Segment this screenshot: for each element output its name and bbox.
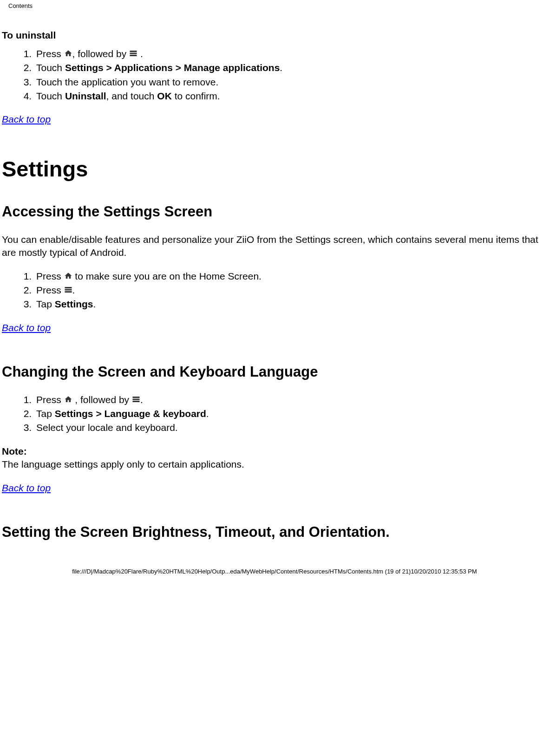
step-text: Touch: [36, 91, 65, 101]
svg-rect-6: [132, 397, 139, 398]
list-item: Touch Settings > Applications > Manage a…: [34, 61, 547, 74]
svg-rect-4: [65, 289, 72, 291]
back-to-top-link[interactable]: Back to top: [2, 321, 51, 334]
step-text: Press: [36, 285, 64, 295]
uninstall-steps: Press , followed by . Touch Settings > A…: [2, 47, 547, 103]
step-text: .: [280, 62, 282, 73]
step-text: Tap: [36, 299, 55, 309]
step-bold: Settings: [55, 299, 93, 309]
menu-icon: [64, 286, 72, 293]
settings-h1: Settings: [2, 154, 547, 183]
home-icon: [64, 49, 72, 58]
step-text: .: [93, 299, 96, 309]
menu-icon: [132, 396, 140, 403]
step-bold: OK: [157, 91, 172, 101]
step-bold: Settings > Applications > Manage applica…: [65, 62, 280, 73]
step-text: to confirm.: [172, 91, 220, 101]
accessing-h2: Accessing the Settings Screen: [2, 202, 547, 222]
step-text: , followed by: [72, 394, 132, 405]
step-text: .: [140, 394, 143, 405]
step-bold: Uninstall: [65, 91, 106, 101]
step-text: Tap: [36, 408, 55, 419]
back-to-top-link[interactable]: Back to top: [2, 482, 51, 495]
brightness-h2: Setting the Screen Brightness, Timeout, …: [2, 522, 547, 542]
note-text: The language settings apply only to cert…: [2, 459, 244, 469]
step-text: Press: [36, 271, 64, 281]
step-text: , followed by: [72, 48, 130, 59]
list-item: Press .: [34, 284, 547, 297]
svg-rect-5: [65, 291, 72, 293]
list-item: Press to make sure you are on the Home S…: [34, 270, 547, 283]
accessing-intro: You can enable/disable features and pers…: [2, 233, 547, 260]
menu-icon: [129, 50, 137, 57]
home-icon: [64, 395, 72, 404]
list-item: Tap Settings.: [34, 298, 547, 311]
home-icon: [64, 272, 72, 280]
back-to-top-link[interactable]: Back to top: [2, 113, 51, 126]
page-header-label: Contents: [0, 0, 549, 10]
step-text: Press: [36, 394, 64, 405]
svg-rect-7: [132, 399, 139, 400]
svg-rect-3: [65, 287, 72, 288]
svg-rect-8: [132, 401, 139, 402]
language-h2: Changing the Screen and Keyboard Languag…: [2, 362, 547, 382]
page-footer: file:///D|/Madcap%20Flare/Ruby%20HTML%20…: [0, 554, 549, 580]
list-item: Touch Uninstall, and touch OK to confirm…: [34, 90, 547, 103]
list-item: Touch the application you want to remove…: [34, 76, 547, 89]
list-item: Press , followed by .: [34, 47, 547, 60]
svg-rect-0: [130, 51, 137, 52]
accessing-steps: Press to make sure you are on the Home S…: [2, 270, 547, 311]
list-item: Press , followed by .: [34, 393, 547, 406]
step-text: Touch: [36, 62, 65, 73]
uninstall-heading: To uninstall: [2, 29, 547, 42]
svg-rect-1: [130, 53, 137, 54]
step-text: Press: [36, 48, 64, 59]
note-label: Note:: [2, 446, 27, 456]
list-item: Tap Settings > Language & keyboard.: [34, 407, 547, 420]
language-note: Note: The language settings apply only t…: [2, 445, 547, 471]
step-text: .: [137, 48, 143, 59]
language-steps: Press , followed by . Tap Settings > Lan…: [2, 393, 547, 435]
svg-rect-2: [130, 55, 137, 56]
list-item: Select your locale and keyboard.: [34, 421, 547, 434]
step-text: to make sure you are on the Home Screen.: [72, 271, 261, 281]
step-text: .: [72, 285, 75, 295]
step-text: .: [206, 408, 209, 419]
step-text: , and touch: [106, 91, 157, 101]
step-bold: Settings > Language & keyboard: [55, 408, 206, 419]
